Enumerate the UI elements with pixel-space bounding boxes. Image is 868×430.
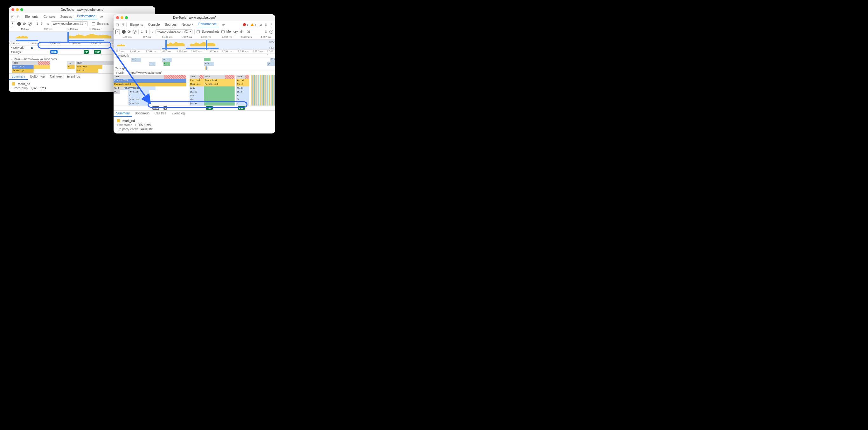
timing-fcp[interactable]: FCP bbox=[206, 106, 213, 110]
reload-icon[interactable]: ⟳ bbox=[23, 22, 26, 26]
garbage-icon[interactable]: 🗑 bbox=[240, 30, 243, 33]
memory-checkbox[interactable] bbox=[221, 30, 224, 33]
recording-select[interactable]: www.youtube.com #1 bbox=[51, 21, 88, 26]
error-count[interactable]: 3 bbox=[242, 23, 249, 26]
device-icon[interactable]: ⌸ bbox=[16, 14, 20, 19]
range-handle-right[interactable] bbox=[206, 40, 207, 49]
shortcuts-icon[interactable]: ⇲ bbox=[247, 30, 250, 33]
traffic-lights[interactable] bbox=[11, 8, 23, 11]
tab-event-log[interactable]: Event log bbox=[169, 110, 187, 117]
main-track-header[interactable]: ▼Main — https://www.youtube.com/ bbox=[114, 71, 275, 75]
color-swatch bbox=[12, 82, 15, 86]
summary-panel: mark_nd Timestamp1,905.8 ms 3rd party en… bbox=[114, 117, 275, 133]
timing-fcp[interactable]: FCP bbox=[94, 50, 101, 54]
tab-console[interactable]: Console bbox=[146, 23, 162, 26]
network-track-header[interactable]: ▼Network bbox=[114, 54, 275, 58]
upload-icon[interactable]: ↥ bbox=[141, 30, 143, 33]
timing-lcp[interactable]: LCP bbox=[238, 106, 245, 110]
tab-performance[interactable]: Performance bbox=[75, 14, 97, 20]
minimize-icon[interactable] bbox=[121, 16, 123, 19]
inspect-icon[interactable]: ◰ bbox=[115, 23, 119, 27]
titlebar[interactable]: DevTools - www.youtube.com/ bbox=[114, 14, 275, 21]
tab-bottom-up[interactable]: Bottom-up bbox=[28, 74, 48, 80]
window-title: DevTools - www.youtube.com/ bbox=[9, 8, 155, 11]
tabs-overflow[interactable]: ≫ bbox=[220, 23, 227, 26]
tab-summary[interactable]: Summary bbox=[9, 74, 28, 80]
perf-toolbar: ⟳ ↥ ↧ ⌂ www.youtube.com #2 Screenshots M… bbox=[114, 28, 275, 35]
close-icon[interactable] bbox=[116, 16, 119, 19]
timing-fp[interactable]: FP bbox=[84, 50, 89, 54]
panel-tabs: ◰ ⌸ Elements Console Sources Network Per… bbox=[114, 21, 275, 28]
tab-summary[interactable]: Summary bbox=[114, 110, 132, 117]
overview-ruler[interactable]: 497 ms 997 ms 1,497 ms 1,997 ms 2,497 ms… bbox=[114, 35, 275, 40]
download-icon[interactable]: ↧ bbox=[145, 30, 148, 33]
tab-bottom-up[interactable]: Bottom-up bbox=[132, 110, 152, 117]
tabs-overflow[interactable]: ≫ bbox=[98, 15, 105, 19]
maximize-icon[interactable] bbox=[20, 8, 23, 11]
timing-dcl[interactable]: DCL bbox=[152, 106, 159, 110]
record-icon[interactable] bbox=[17, 22, 21, 26]
issue-count[interactable]: !2 bbox=[258, 23, 262, 26]
screenshots-checkbox[interactable] bbox=[196, 30, 200, 33]
reload-icon[interactable]: ⟳ bbox=[128, 30, 131, 34]
tab-elements[interactable]: Elements bbox=[23, 15, 40, 19]
tab-call-tree[interactable]: Call tree bbox=[48, 74, 64, 80]
window-title: DevTools - www.youtube.com/ bbox=[114, 16, 275, 20]
home-icon[interactable]: ⌂ bbox=[47, 22, 49, 26]
timing-l[interactable]: L bbox=[163, 106, 167, 110]
detail-ruler[interactable]: 1,397 ms 1,497 ms 1,597 ms 1,697 ms 1,79… bbox=[114, 50, 275, 54]
tab-sources[interactable]: Sources bbox=[163, 23, 179, 26]
screenshots-checkbox[interactable] bbox=[92, 22, 95, 26]
timings-track[interactable]: Timings bbox=[114, 66, 275, 71]
settings-icon[interactable]: ⚙ bbox=[264, 23, 268, 27]
titlebar[interactable]: DevTools - www.youtube.com/ bbox=[9, 6, 155, 13]
tab-network[interactable]: Network bbox=[180, 23, 195, 26]
tab-console[interactable]: Console bbox=[42, 15, 57, 19]
upload-icon[interactable]: ↥ bbox=[36, 22, 38, 26]
minimize-icon[interactable] bbox=[16, 8, 19, 11]
clear-icon[interactable] bbox=[133, 30, 136, 34]
record-icon[interactable] bbox=[122, 30, 126, 34]
capture-settings-icon[interactable]: ⚙ bbox=[265, 30, 268, 33]
device-icon[interactable]: ⌸ bbox=[121, 23, 125, 27]
traffic-lights[interactable] bbox=[116, 16, 128, 19]
color-swatch bbox=[117, 119, 120, 122]
close-icon[interactable] bbox=[11, 8, 14, 11]
devtools-window-2: DevTools - www.youtube.com/ ◰ ⌸ Elements… bbox=[114, 14, 275, 133]
range-handle-left[interactable] bbox=[165, 40, 167, 49]
clear-icon[interactable] bbox=[28, 22, 32, 26]
screenshots-label: Screenshots bbox=[202, 30, 219, 33]
flame-chart[interactable]: Task Parse HTML Evaluate script C...t (a… bbox=[114, 75, 275, 105]
warning-count[interactable]: 4 bbox=[250, 23, 257, 26]
tab-event-log[interactable]: Event log bbox=[64, 74, 83, 80]
network-track[interactable]: id (... ma... Rot c... l... advi... get.… bbox=[114, 58, 275, 66]
help-icon[interactable]: ? bbox=[270, 30, 273, 34]
timing-dcl[interactable]: DCL bbox=[50, 50, 57, 54]
record-page-load-icon[interactable] bbox=[116, 30, 120, 34]
details-tabs: Summary Bottom-up Call tree Event log bbox=[114, 110, 275, 117]
tab-performance[interactable]: Performance bbox=[196, 22, 218, 27]
overview[interactable]: CPU NET bbox=[114, 40, 275, 50]
maximize-icon[interactable] bbox=[125, 16, 128, 19]
screenshots-label: Screens bbox=[97, 22, 109, 26]
tab-elements[interactable]: Elements bbox=[128, 23, 145, 26]
range-handle-left[interactable] bbox=[67, 32, 69, 42]
inspect-icon[interactable]: ◰ bbox=[10, 14, 14, 19]
download-icon[interactable]: ↧ bbox=[40, 22, 43, 26]
home-icon[interactable]: ⌂ bbox=[152, 30, 154, 33]
more-icon[interactable]: ⋮ bbox=[270, 23, 274, 27]
recording-select[interactable]: www.youtube.com #2 bbox=[156, 29, 192, 34]
memory-label: Memory bbox=[226, 30, 238, 33]
timings-overlay: DCL L FCP LCP bbox=[114, 105, 275, 110]
record-page-load-icon[interactable] bbox=[11, 22, 15, 26]
tab-call-tree[interactable]: Call tree bbox=[152, 110, 169, 117]
tab-sources[interactable]: Sources bbox=[58, 15, 74, 19]
